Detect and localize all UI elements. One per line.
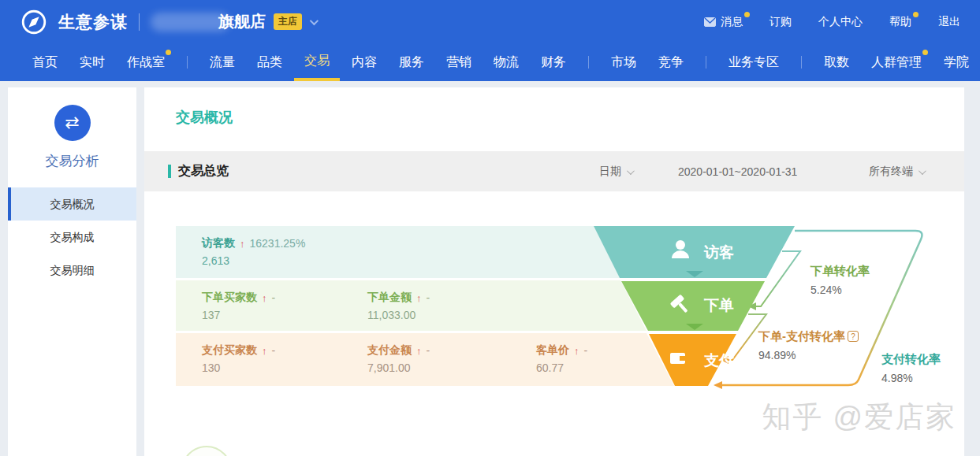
- topbar: 生意参谋 旗舰店 主店 消息 订购 个人中心 帮助 退出: [0, 0, 980, 43]
- nav-item-traffic[interactable]: 流量: [210, 43, 235, 81]
- metric-order-buyers: 下单买家数 ↑ - 137: [202, 291, 275, 321]
- section-title: 交易总览: [168, 163, 229, 180]
- metric-label: 下单买家数: [202, 291, 257, 305]
- notification-dot: [922, 50, 928, 55]
- date-range-value[interactable]: 2020-01-01~2020-01-31: [678, 165, 828, 178]
- funnel-stage-label: 访客: [703, 244, 734, 261]
- nav-divider: [187, 56, 188, 69]
- section-title-text: 交易总览: [178, 163, 229, 180]
- wallet-icon: [670, 353, 685, 364]
- pay-conversion-rate: 支付转化率 4.98%: [881, 352, 941, 384]
- arrow-left-icon: [714, 381, 722, 389]
- nav-divider: [706, 56, 706, 69]
- nav-item-realtime[interactable]: 实时: [80, 43, 105, 81]
- sidebar: ⇄ 交易分析 交易概况 交易构成 交易明细: [8, 87, 136, 456]
- sidebar-item-trade-composition[interactable]: 交易构成: [8, 221, 136, 254]
- topbar-link-help[interactable]: 帮助: [889, 15, 911, 29]
- metric-label: 访客数: [202, 236, 235, 250]
- order-conversion-rate: 下单转化率 5.24%: [810, 264, 870, 296]
- conversion-value: 4.98%: [881, 372, 941, 384]
- nav-item-data-fetch[interactable]: 取数: [824, 43, 849, 81]
- conversion-label: 下单-支付转化率: [758, 329, 845, 343]
- watermark: 知乎 @爱店家: [762, 398, 956, 437]
- trend-up-icon: ↑: [262, 345, 267, 357]
- nav-item-logistics[interactable]: 物流: [494, 43, 519, 81]
- notification-dot: [166, 50, 171, 55]
- nav-item-marketing[interactable]: 营销: [446, 43, 471, 81]
- nav-item-label: 人群管理: [871, 54, 922, 71]
- nav-divider: [588, 56, 589, 69]
- mail-icon: [704, 17, 716, 27]
- funnel-segment-order[interactable]: [621, 281, 765, 331]
- metric-label: 支付金额: [367, 343, 412, 358]
- trend-up-icon: ↑: [416, 292, 422, 304]
- divider: [139, 13, 140, 31]
- metric-change: -: [272, 291, 276, 304]
- exchange-icon: ⇄: [54, 105, 91, 141]
- topbar-link-label: 订购: [769, 15, 792, 29]
- sidebar-group-title: 交易分析: [8, 152, 136, 170]
- nav-item-service[interactable]: 服务: [399, 43, 424, 81]
- metric-value: 2,613: [202, 254, 305, 267]
- nav-item-finance[interactable]: 财务: [541, 43, 566, 81]
- funnel-stage-label: 支付: [703, 352, 734, 369]
- nav-item-market[interactable]: 市场: [611, 43, 636, 81]
- metric-value: 7,901.00: [367, 361, 430, 374]
- date-filter-dropdown[interactable]: 日期: [599, 165, 632, 179]
- topbar-link-label: 个人中心: [818, 15, 863, 29]
- metric-change: -: [272, 344, 276, 357]
- order-pay-conversion-rate: 下单-支付转化率? 94.89%: [758, 329, 859, 361]
- sidebar-item-trade-overview[interactable]: 交易概况: [8, 187, 136, 221]
- metric-change: 16231.25%: [250, 237, 306, 250]
- topbar-links: 消息 订购 个人中心 帮助 退出: [704, 15, 960, 29]
- nav-divider: [801, 56, 802, 69]
- help-icon[interactable]: ?: [848, 331, 859, 342]
- trend-up-icon: ↑: [262, 292, 267, 304]
- trend-up-icon: ↑: [240, 238, 245, 250]
- metric-value: 11,033.00: [367, 309, 430, 321]
- metric-label: 支付买家数: [202, 343, 257, 358]
- trend-up-icon: ↑: [416, 345, 422, 357]
- store-badge: 主店: [274, 13, 302, 30]
- topbar-link-label: 帮助: [889, 15, 911, 29]
- nav-item-business-zone[interactable]: 业务专区: [728, 43, 779, 81]
- nav-item-category[interactable]: 品类: [257, 43, 282, 81]
- metric-pay-amount: 支付金额 ↑ - 7,901.00: [367, 343, 430, 374]
- topbar-link-profile[interactable]: 个人中心: [818, 15, 863, 29]
- nav-item-trade[interactable]: 交易: [294, 43, 340, 81]
- nav-item-competition[interactable]: 竞争: [658, 43, 684, 81]
- notification-dot: [913, 12, 919, 17]
- section-header: 交易总览 日期 2020-01-01~2020-01-31 所有终端: [144, 151, 964, 191]
- brand-name: 生意参谋: [58, 11, 128, 33]
- topbar-link-label: 退出: [938, 15, 960, 29]
- nav-item-label: 作战室: [127, 54, 165, 71]
- metric-value: 130: [202, 361, 275, 374]
- terminal-filter-dropdown[interactable]: 所有终端: [869, 165, 924, 179]
- metric-order-amount: 下单金额 ↑ - 11,033.00: [367, 291, 430, 321]
- topbar-link-logout[interactable]: 退出: [938, 15, 960, 29]
- nav-item-content[interactable]: 内容: [352, 43, 377, 81]
- notification-dot: [744, 12, 750, 17]
- metric-visitors: 访客数 ↑ 16231.25% 2,613: [202, 236, 305, 267]
- main-navbar: 首页 实时 作战室 流量 品类 交易 内容 服务 营销 物流 财务 市场 竞争 …: [0, 43, 980, 81]
- funnel-stage-label: 下单: [703, 297, 734, 313]
- chevron-down-icon[interactable]: [310, 16, 319, 24]
- metric-pay-buyers: 支付买家数 ↑ - 130: [202, 343, 275, 374]
- sidebar-item-trade-detail[interactable]: 交易明细: [8, 254, 136, 287]
- conversion-label: 下单转化率: [810, 264, 870, 279]
- chevron-down-icon: [627, 167, 635, 175]
- section-title-bar: [168, 165, 171, 178]
- page-title: 交易概况: [176, 108, 233, 127]
- nav-item-academy[interactable]: 学院: [944, 43, 969, 81]
- conversion-value: 5.24%: [810, 284, 870, 296]
- chevron-down-icon: [919, 167, 926, 175]
- nav-item-warroom[interactable]: 作战室: [127, 43, 165, 81]
- nav-item-home[interactable]: 首页: [32, 43, 58, 81]
- nav-item-crowd-mgmt[interactable]: 人群管理: [871, 43, 922, 81]
- topbar-link-messages[interactable]: 消息: [704, 15, 743, 29]
- funnel-segment-visitor[interactable]: [594, 226, 795, 278]
- topbar-link-subscribe[interactable]: 订购: [769, 15, 792, 29]
- terminal-filter-label: 所有终端: [869, 165, 913, 177]
- compass-logo-icon: [19, 7, 49, 37]
- conversion-value: 94.89%: [758, 349, 859, 361]
